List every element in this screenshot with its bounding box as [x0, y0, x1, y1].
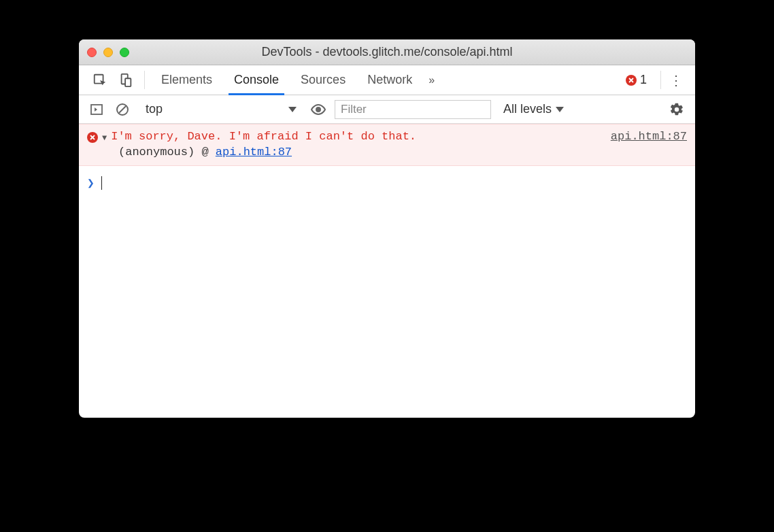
levels-label: All levels	[503, 102, 552, 116]
error-icon	[87, 132, 98, 143]
error-badge-icon	[626, 75, 637, 86]
error-message: I'm sorry, Dave. I'm afraid I can't do t…	[111, 130, 593, 143]
traffic-lights	[87, 48, 129, 57]
close-button[interactable]	[87, 48, 97, 57]
log-levels-selector[interactable]: All levels	[498, 102, 569, 116]
minimize-button[interactable]	[103, 48, 113, 57]
text-caret	[101, 176, 102, 190]
separator	[660, 71, 661, 89]
devtools-window: DevTools - devtools.glitch.me/console/ap…	[79, 39, 695, 418]
svg-rect-2	[125, 78, 131, 86]
overflow-icon[interactable]: »	[423, 65, 440, 95]
inspect-icon[interactable]	[87, 65, 113, 95]
error-count-value: 1	[640, 73, 647, 87]
tab-network[interactable]: Network	[356, 65, 423, 95]
error-source-link[interactable]: api.html:87	[611, 130, 687, 143]
eye-icon[interactable]	[309, 100, 328, 119]
gear-icon[interactable]	[667, 99, 687, 120]
maximize-button[interactable]	[120, 48, 129, 57]
chevron-down-icon	[556, 107, 564, 112]
tab-elements[interactable]: Elements	[150, 65, 223, 95]
spacer	[440, 65, 618, 95]
main-toolbar: Elements Console Sources Network » 1 ⋮	[79, 65, 695, 95]
clear-console-icon[interactable]	[113, 100, 132, 119]
stack-source-link[interactable]: api.html:87	[216, 146, 292, 159]
chevron-down-icon	[288, 107, 297, 112]
show-drawer-icon[interactable]	[87, 100, 106, 119]
tab-console[interactable]: Console	[223, 65, 290, 95]
window-titlebar: DevTools - devtools.glitch.me/console/ap…	[79, 39, 695, 65]
tab-sources[interactable]: Sources	[290, 65, 356, 95]
window-title: DevTools - devtools.glitch.me/console/ap…	[79, 45, 695, 59]
stack-trace-line: (anonymous) @ api.html:87	[118, 146, 687, 159]
context-selector[interactable]: top	[139, 99, 302, 120]
device-toggle-icon[interactable]	[113, 65, 139, 95]
filter-input[interactable]	[335, 100, 491, 119]
context-value: top	[146, 102, 163, 116]
console-prompt[interactable]: ❯	[79, 166, 695, 200]
stack-at: @	[201, 146, 208, 159]
separator	[144, 71, 145, 89]
prompt-chevron-icon: ❯	[87, 176, 95, 190]
panel-tabs: Elements Console Sources Network	[150, 65, 423, 95]
svg-point-5	[316, 107, 320, 112]
console-toolbar: top All levels	[79, 95, 695, 124]
stack-function: (anonymous)	[118, 146, 195, 159]
disclosure-triangle-icon[interactable]: ▼	[102, 133, 107, 143]
log-error-entry: ▼ I'm sorry, Dave. I'm afraid I can't do…	[79, 124, 695, 166]
console-body: ▼ I'm sorry, Dave. I'm afraid I can't do…	[79, 124, 695, 418]
log-line: ▼ I'm sorry, Dave. I'm afraid I can't do…	[87, 130, 687, 143]
error-count[interactable]: 1	[618, 65, 655, 95]
kebab-menu-icon[interactable]: ⋮	[667, 65, 690, 95]
